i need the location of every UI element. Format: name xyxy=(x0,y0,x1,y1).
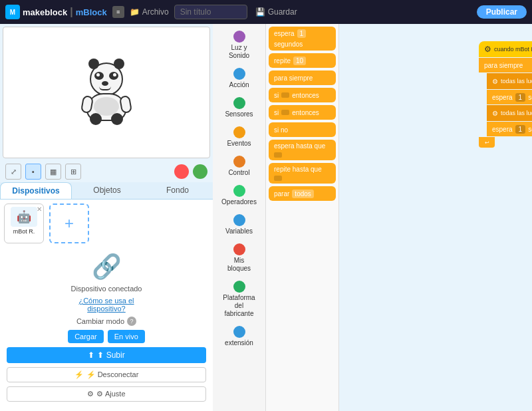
settings-btn[interactable]: ⚙ ⚙ Ajuste xyxy=(7,386,206,402)
workspace-canvas: ⚙ cuando mBot Ranger(Auriga) se enciende… xyxy=(339,24,532,411)
settings-icon: ⚙ xyxy=(87,390,94,398)
menu-icon[interactable]: ≡ xyxy=(112,6,124,18)
hat-icon: ⚙ xyxy=(484,45,491,54)
diamond-input-7 xyxy=(274,176,282,181)
disconnect-icon: ⚡ xyxy=(74,370,84,379)
category-item-1[interactable]: Acción xyxy=(213,64,265,93)
category-item-7[interactable]: Mis bloques xyxy=(213,239,265,277)
category-label-4: Control xyxy=(228,169,249,177)
play-button[interactable] xyxy=(193,164,207,179)
light-icon2: ⚙ xyxy=(492,110,498,117)
wait-2-block[interactable]: espera 1 segundos xyxy=(487,122,532,136)
lights-red-block[interactable]: ⚙ todas las luces encendidas en xyxy=(487,73,532,89)
connected-info: 🔗 Dispositivo conectado ¿Cómo se usa el … xyxy=(4,247,209,407)
tab-objects[interactable]: Objetos xyxy=(72,182,142,199)
category-dot-1 xyxy=(233,68,245,80)
block-8[interactable]: parartodos xyxy=(269,186,336,201)
category-label-5: Operadores xyxy=(221,198,257,206)
upload-icon: ⬆ xyxy=(88,350,94,360)
category-item-4[interactable]: Control xyxy=(213,152,265,181)
category-dot-3 xyxy=(233,126,245,138)
diamond-input-4 xyxy=(281,110,289,115)
categories-panel: Luz y Sonido Acción Sensores Eventos Con… xyxy=(213,24,266,411)
archive-menu[interactable]: 📁 Archivo xyxy=(130,7,169,17)
category-item-9[interactable]: extensión xyxy=(213,322,265,351)
block-6[interactable]: espera hasta que xyxy=(269,140,336,160)
mode-row: Cambiar modo ? xyxy=(76,317,136,326)
disconnect-btn[interactable]: ⚡ ⚡ Desconectar xyxy=(7,367,206,382)
stop-button[interactable] xyxy=(174,164,189,179)
mode-help-btn[interactable]: ? xyxy=(127,317,136,326)
device-item-mbot[interactable]: ✕ 🤖 mBot R. xyxy=(4,204,44,243)
category-item-2[interactable]: Sensores xyxy=(213,93,265,122)
makeblock-icon: M xyxy=(5,5,20,19)
logo: M makeblock | mBlock xyxy=(5,5,107,19)
panda-sprite xyxy=(83,63,130,122)
block-2[interactable]: para siempre xyxy=(269,70,336,85)
forever-block[interactable]: para siempre xyxy=(479,58,532,72)
category-item-8[interactable]: Plataforma del fabricante xyxy=(213,277,265,322)
add-device-btn[interactable]: + xyxy=(49,204,89,243)
chain-icon: 🔗 xyxy=(92,253,122,281)
block-0[interactable]: espera1segundos xyxy=(269,27,336,51)
diamond-input-3 xyxy=(281,92,289,98)
close-bracket: ↩ xyxy=(479,137,495,148)
topbar: M makeblock | mBlock ≡ 📁 Archivo 💾 Guard… xyxy=(0,0,532,24)
tabs-row: Dispositivos Objetos Fondo xyxy=(0,182,213,200)
device-list: ✕ 🤖 mBot R. + xyxy=(4,204,209,243)
stage-controls: ⤢ ▪ ▦ ⊞ xyxy=(0,161,213,182)
category-dot-7 xyxy=(233,243,245,255)
category-dot-2 xyxy=(233,97,245,109)
category-item-5[interactable]: Operadores xyxy=(213,181,265,210)
tab-devices[interactable]: Dispositivos xyxy=(0,182,72,199)
expand-btn[interactable]: ⤢ xyxy=(5,164,21,180)
device-icon: 🤖 xyxy=(11,207,37,227)
publish-button[interactable]: Publicar xyxy=(477,5,527,19)
diamond-input-6 xyxy=(274,152,282,158)
title-input[interactable] xyxy=(174,5,247,19)
upload-live-row: Cargar En vivo xyxy=(68,330,145,343)
subir-btn[interactable]: ⬆ ⬆ Subir xyxy=(7,347,206,363)
live-btn[interactable]: En vivo xyxy=(108,330,145,343)
workspace[interactable]: ⚙ cuando mBot Ranger(Auriga) se enciende… xyxy=(339,24,532,411)
small-grid-btn[interactable]: ▪ xyxy=(25,164,41,180)
save-btn[interactable]: 💾 Guardar xyxy=(255,7,297,17)
large-grid-btn[interactable]: ⊞ xyxy=(65,164,81,180)
device-close-btn[interactable]: ✕ xyxy=(37,206,42,213)
block-1[interactable]: repite10 xyxy=(269,53,336,68)
category-dot-4 xyxy=(233,156,245,168)
category-label-1: Acción xyxy=(229,81,249,89)
hat-block[interactable]: ⚙ cuando mBot Ranger(Auriga) se enciende xyxy=(479,41,532,57)
category-label-2: Sensores xyxy=(225,110,253,118)
category-item-6[interactable]: Variables xyxy=(213,210,265,239)
category-dot-9 xyxy=(233,326,245,338)
category-item-0[interactable]: Luz y Sonido xyxy=(213,27,265,64)
blocks-list: espera1segundosrepite10para siempresient… xyxy=(266,24,339,411)
upload-btn[interactable]: Cargar xyxy=(68,330,104,343)
category-dot-6 xyxy=(233,214,245,226)
stage-area: ⤢ ▪ ▦ ⊞ Dispositivos Objetos Fondo ✕ 🤖 m… xyxy=(0,24,213,411)
stage-canvas xyxy=(3,27,210,158)
main-layout: ⤢ ▪ ▦ ⊞ Dispositivos Objetos Fondo ✕ 🤖 m… xyxy=(0,24,532,411)
how-to-use-link[interactable]: ¿Cómo se usa el dispositivo? xyxy=(78,297,134,313)
code-group-1: ⚙ cuando mBot Ranger(Auriga) se enciende… xyxy=(479,41,532,148)
medium-grid-btn[interactable]: ▦ xyxy=(45,164,61,180)
block-5[interactable]: si no xyxy=(269,122,336,137)
category-label-8: Plataforma del fabricante xyxy=(223,294,255,318)
category-label-3: Eventos xyxy=(227,140,251,148)
block-7[interactable]: repite hasta que xyxy=(269,163,336,184)
category-label-0: Luz y Sonido xyxy=(229,44,249,60)
category-item-3[interactable]: Eventos xyxy=(213,122,265,152)
category-dot-8 xyxy=(233,281,245,293)
tab-background[interactable]: Fondo xyxy=(142,182,213,199)
light-icon: ⚙ xyxy=(492,78,498,85)
devices-panel: ✕ 🤖 mBot R. + 🔗 Dispositivo conectado ¿C… xyxy=(0,200,213,411)
lights-black-block[interactable]: ⚙ todas las luces encendidas en xyxy=(487,105,532,121)
category-dot-0 xyxy=(233,31,245,43)
category-dot-5 xyxy=(233,185,245,197)
category-label-9: extensión xyxy=(225,339,253,347)
block-3[interactable]: sientonces xyxy=(269,88,336,102)
block-4[interactable]: sientonces xyxy=(269,105,336,120)
category-label-6: Variables xyxy=(225,227,253,235)
wait-1-block[interactable]: espera 1 segundos xyxy=(487,90,532,104)
